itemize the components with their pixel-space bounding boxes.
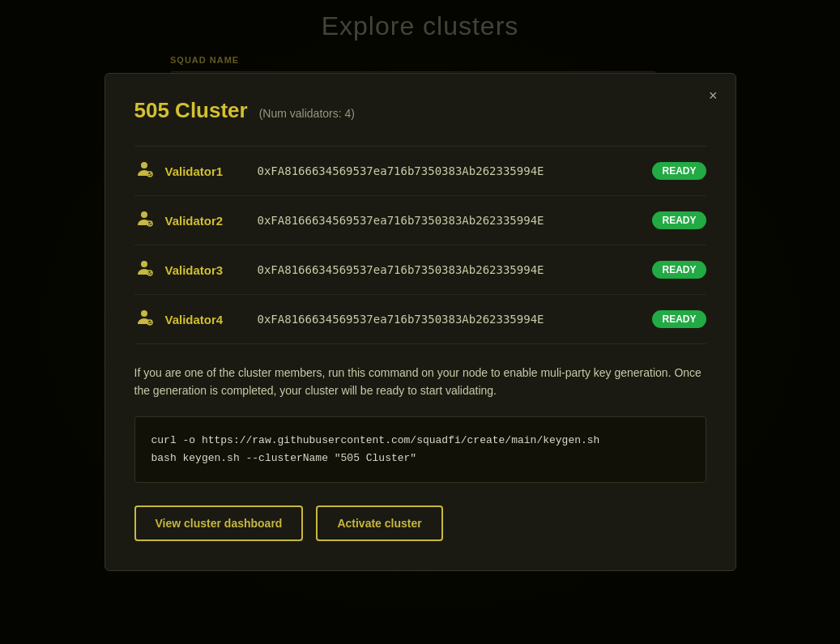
validator-icon (134, 209, 154, 232)
modal-overlay: × 505 Cluster (Num validators: 4) Valida… (0, 0, 840, 644)
validator-row: Validator3 0xFA8166634569537ea716b735038… (134, 245, 706, 295)
code-content: curl -o https://raw.githubusercontent.co… (151, 432, 689, 467)
validator-row: Validator1 0xFA8166634569537ea716b735038… (134, 146, 706, 196)
modal-title: 505 Cluster (134, 98, 248, 123)
modal-actions: View cluster dashboard Activate cluster (134, 505, 706, 541)
validator-icon (134, 258, 154, 281)
validator-row: Validator2 0xFA8166634569537ea716b735038… (134, 196, 706, 245)
svg-point-2 (141, 211, 147, 218)
validator-icon (134, 308, 154, 331)
validator-address: 0xFA8166634569537ea716b7350383Ab26233599… (258, 313, 642, 326)
svg-point-6 (141, 310, 147, 317)
instruction-text: If you are one of the cluster members, r… (134, 364, 706, 400)
modal-header: 505 Cluster (Num validators: 4) (134, 98, 706, 123)
validator-name: Validator4 (165, 313, 246, 326)
validator-name: Validator1 (165, 164, 246, 178)
status-badge: READY (652, 261, 706, 279)
validator-name: Validator3 (165, 263, 246, 277)
validator-name: Validator2 (165, 214, 246, 228)
validator-address: 0xFA8166634569537ea716b7350383Ab26233599… (258, 214, 642, 227)
view-dashboard-button[interactable]: View cluster dashboard (134, 505, 304, 541)
status-badge: READY (652, 211, 706, 229)
validator-row: Validator4 0xFA8166634569537ea716b735038… (134, 295, 706, 344)
validator-address: 0xFA8166634569537ea716b7350383Ab26233599… (258, 263, 642, 276)
modal-close-button[interactable]: × (704, 85, 723, 106)
validator-address: 0xFA8166634569537ea716b7350383Ab26233599… (258, 164, 642, 177)
activate-cluster-button[interactable]: Activate cluster (316, 505, 442, 541)
status-badge: READY (652, 162, 706, 180)
code-block: curl -o https://raw.githubusercontent.co… (134, 416, 706, 483)
svg-point-0 (141, 162, 147, 168)
modal-subtitle: (Num validators: 4) (259, 107, 355, 120)
status-badge: READY (652, 310, 706, 328)
validator-icon (134, 160, 154, 182)
cluster-modal: × 505 Cluster (Num validators: 4) Valida… (104, 73, 736, 571)
svg-point-4 (141, 261, 147, 267)
validator-list: Validator1 0xFA8166634569537ea716b735038… (134, 146, 706, 344)
